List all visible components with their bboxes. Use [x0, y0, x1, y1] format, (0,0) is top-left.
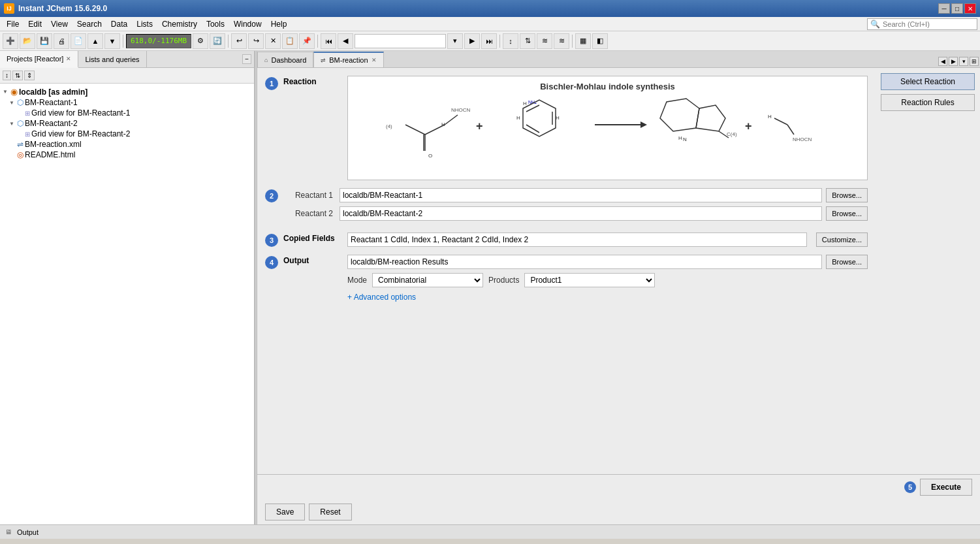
dashboard-tab-label: Dashboard [271, 56, 306, 64]
search-input[interactable] [883, 20, 974, 28]
tree-sort1-btn[interactable]: ↕ [3, 71, 11, 80]
mode-select[interactable]: Combinatorial Enumeration Random [372, 273, 483, 287]
reactant2-icon: ⬡ [17, 119, 24, 128]
reactant2-browse-btn[interactable]: Browse... [826, 206, 868, 221]
sort2-button[interactable]: ⇅ [520, 33, 535, 49]
products-select[interactable]: Product1 Product2 [524, 273, 655, 287]
tree-item-localdb[interactable]: ▼ ◉ localdb [as admin] [3, 86, 251, 97]
app-icon: IJ [4, 3, 14, 14]
menu-data[interactable]: Data [107, 18, 131, 30]
output-row: Browse... [347, 255, 868, 269]
view2-button[interactable]: ◧ [592, 33, 608, 49]
open-button[interactable]: 📂 [20, 33, 35, 49]
save-toolbar-button[interactable]: 💾 [37, 33, 52, 49]
menu-chemistry[interactable]: Chemistry [158, 18, 201, 30]
advanced-options-link[interactable]: + Advanced options [347, 293, 416, 302]
sort1-button[interactable]: ↕ [503, 33, 518, 49]
toolbar-sep5 [572, 35, 573, 48]
menu-file[interactable]: File [3, 18, 23, 30]
nav-next[interactable]: ▶ [464, 33, 480, 49]
tab-nav-right[interactable]: ▶ [949, 57, 958, 66]
tree-item-reaction-xml[interactable]: ⇌ BM-reaction.xml [9, 139, 251, 150]
sort-desc-button[interactable]: ▼ [104, 33, 120, 49]
minimize-button[interactable]: ─ [938, 3, 950, 14]
nav-end[interactable]: ⏭ [481, 33, 497, 49]
reaction-title: Bischler-Mohlau indole synthesis [348, 82, 867, 91]
toolbar-sep2 [228, 35, 229, 48]
tree-sort3-btn[interactable]: ⇕ [24, 71, 35, 80]
lists-tab[interactable]: Lists and queries [78, 51, 146, 67]
close-button[interactable]: ✕ [964, 3, 976, 14]
nav-start[interactable]: ⏮ [321, 33, 336, 49]
refresh-button[interactable]: 🔄 [210, 33, 225, 49]
menu-edit[interactable]: Edit [24, 18, 46, 30]
tab-dashboard[interactable]: ⌂ Dashboard [257, 52, 313, 67]
reactant1-input[interactable] [340, 188, 822, 202]
tab-nav-menu[interactable]: ▾ [959, 57, 968, 66]
dashboard-tab-icon: ⌂ [264, 57, 268, 63]
svg-marker-21 [696, 105, 725, 131]
panel-minimize-button[interactable]: − [242, 54, 251, 64]
copied-fields-text: Reactant 1 CdId, Index 1, Reactant 2 CdI… [347, 232, 807, 247]
cancel-button[interactable]: ✕ [265, 33, 281, 49]
left-panel-tabs: Projects [Reactor] ✕ Lists and queries − [0, 51, 254, 68]
output-input[interactable] [347, 255, 822, 269]
view1-button[interactable]: ▦ [575, 33, 591, 49]
new-button[interactable]: ➕ [3, 33, 18, 49]
undo-button[interactable]: ↩ [231, 33, 247, 49]
nav-prev[interactable]: ◀ [338, 33, 353, 49]
step1-badge: 1 [265, 77, 278, 90]
reactant2-row: Reactant 2 Browse... [283, 206, 868, 221]
sort-asc-button[interactable]: ▲ [87, 33, 103, 49]
print-button[interactable]: 🖨 [54, 33, 69, 49]
tree-item-readme[interactable]: ◎ README.html [9, 150, 251, 160]
tree-item-grid2[interactable]: ⊞ Grid view for BM-Reactant-2 [17, 129, 251, 139]
expand-icon: ▼ [3, 89, 9, 95]
menu-tools[interactable]: Tools [202, 18, 229, 30]
tree-sort2-btn[interactable]: ⇅ [12, 71, 23, 80]
menu-window[interactable]: Window [230, 18, 266, 30]
paste-button[interactable]: 📌 [299, 33, 315, 49]
step3-row: 3 Copied Fields Reactant 1 CdId, Index 1… [265, 232, 868, 247]
output-browse-btn[interactable]: Browse... [826, 255, 868, 269]
svg-text:NHOCN: NHOCN [793, 136, 812, 142]
reactant1-browse-btn[interactable]: Browse... [826, 188, 868, 202]
menu-help[interactable]: Help [267, 18, 291, 30]
bottom-bar: Save Reset [257, 500, 980, 524]
menu-lists[interactable]: Lists [133, 18, 157, 30]
nav-input[interactable] [355, 34, 446, 48]
step3-badge: 3 [265, 234, 278, 247]
reaction-rules-btn[interactable]: Reaction Rules [881, 94, 975, 111]
select-reaction-btn[interactable]: Select Reaction [881, 73, 975, 90]
bm-reaction-tab-close[interactable]: ✕ [371, 57, 377, 63]
restore-button[interactable]: □ [951, 3, 963, 14]
content-main: 1 Reaction Bischler-Mohlau indole synthe… [257, 68, 876, 474]
svg-text:O: O [428, 153, 432, 159]
execute-button[interactable]: Execute [920, 479, 972, 496]
save-button[interactable]: Save [265, 504, 305, 520]
status-text: Output [17, 528, 39, 536]
tab-bm-reaction[interactable]: ⇌ BM-reaction ✕ [313, 52, 383, 67]
nav-dropdown[interactable]: ▾ [447, 33, 463, 49]
reactant2-input[interactable] [340, 206, 822, 221]
tab-maximize[interactable]: ⊞ [970, 57, 979, 66]
menu-search[interactable]: Search [73, 18, 106, 30]
settings-button[interactable]: ⚙ [193, 33, 208, 49]
reset-button[interactable]: Reset [309, 504, 351, 520]
copy-button[interactable]: 📋 [282, 33, 298, 49]
filter2-button[interactable]: ≋ [554, 33, 569, 49]
customize-btn[interactable]: Customize... [816, 232, 868, 247]
search-box[interactable]: 🔍 [867, 18, 977, 30]
menu-view[interactable]: View [47, 18, 72, 30]
svg-text:N: N [683, 136, 687, 142]
tree-item-reactant1[interactable]: ▼ ⬡ BM-Reactant-1 [9, 97, 251, 108]
tree-item-grid1[interactable]: ⊞ Grid view for BM-Reactant-1 [17, 108, 251, 118]
print2-button[interactable]: 📄 [71, 33, 86, 49]
expand-icon: ▼ [9, 100, 16, 106]
tab-nav-left[interactable]: ◀ [938, 57, 947, 66]
redo-button[interactable]: ↪ [248, 33, 264, 49]
projects-tab[interactable]: Projects [Reactor] ✕ [0, 51, 78, 68]
projects-tab-close[interactable]: ✕ [66, 56, 71, 62]
tree-item-reactant2[interactable]: ▼ ⬡ BM-Reactant-2 [9, 118, 251, 129]
filter-button[interactable]: ≋ [537, 33, 552, 49]
